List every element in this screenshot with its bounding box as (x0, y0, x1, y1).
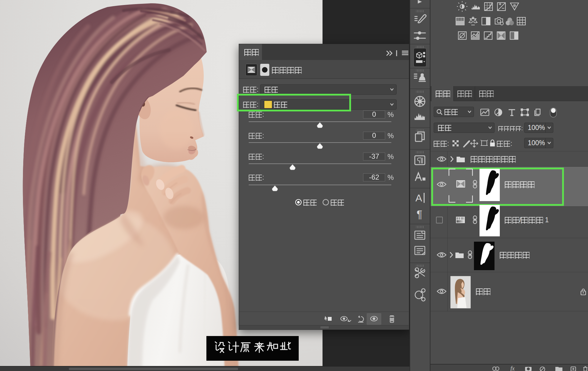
svg-text:A: A (415, 192, 422, 203)
svg-text:fx: fx (510, 366, 515, 371)
svg-text:¶: ¶ (417, 208, 422, 220)
